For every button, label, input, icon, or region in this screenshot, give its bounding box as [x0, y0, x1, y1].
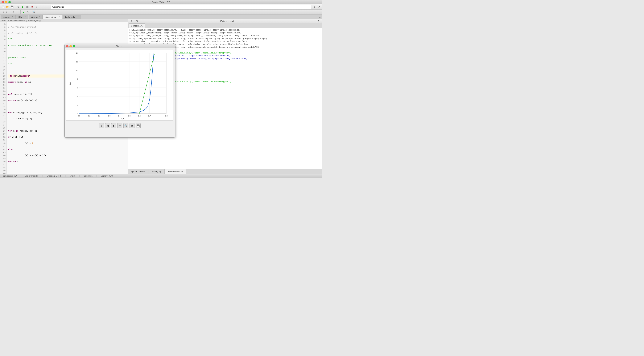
svg-text:0.4: 0.4	[118, 115, 120, 117]
minimize-button[interactable]	[5, 1, 7, 3]
figure-back-button[interactable]: ◀	[105, 123, 110, 128]
preferences-icon[interactable]: ⚙	[16, 5, 20, 9]
run-selection-icon[interactable]: ▷	[26, 10, 30, 14]
svg-text:12: 12	[76, 61, 78, 63]
diode-chart: 14 12 10 8 6 4 2 0 0.0 0.1 0.2 0.3 0.4 0…	[66, 50, 173, 120]
window-title: Spyder (Python 2.7)	[152, 1, 170, 3]
tab-temp-py[interactable]: temp.py ✕	[1, 15, 15, 19]
memory-section: Memory: 75 %	[100, 175, 113, 177]
figure-save-button[interactable]: 💾	[136, 123, 140, 128]
second-toolbar: ⇥ ⇤ # ✂ ▶ ▷ 🔍	[0, 10, 322, 15]
file-tabs: temp.py ✕ RC.py ✕ blink.py ✕ diode_sim.p…	[0, 15, 322, 19]
svg-text:10: 10	[76, 69, 78, 71]
close-tab-icon[interactable]: ✕	[39, 16, 40, 18]
svg-text:0.5: 0.5	[128, 115, 131, 117]
status-sep-3: |	[65, 175, 66, 177]
stop-icon[interactable]: ■	[30, 5, 34, 9]
tab-label: temp.py	[3, 16, 10, 18]
debug-icon[interactable]: ⏭	[25, 5, 30, 9]
close-tab-icon[interactable]: ✕	[78, 16, 79, 18]
forward-icon[interactable]: →	[46, 5, 50, 9]
bottom-tab-ipython[interactable]: IPython console	[164, 169, 186, 174]
main-window: Spyder (Python 2.7) 📄 📂 💾 ⚙ ▶ ⏭ ■ ⟩ ← → …	[0, 0, 322, 178]
memory-label: Memory:	[100, 175, 108, 177]
tab-diodo-led-py[interactable]: diodo_led.py ✕	[62, 15, 81, 19]
console-settings-icon[interactable]: ⚙	[316, 19, 320, 23]
status-sep-1: |	[20, 175, 21, 177]
figure-pan-button[interactable]: ✛	[117, 123, 122, 128]
maximize-button[interactable]	[8, 1, 11, 3]
console-title: IPython console	[140, 20, 315, 22]
output-line-4: scipy.linalg.special_matrices, scipy.lin…	[129, 37, 320, 40]
permissions-label: Permissions:	[2, 175, 13, 177]
indent-icon[interactable]: ⇥	[1, 10, 5, 14]
toolbar2-sep3	[31, 10, 31, 14]
permissions-value: RW	[14, 175, 16, 177]
code-line-23: return i	[8, 160, 126, 163]
figure-home-button[interactable]: ⌂	[99, 123, 104, 128]
console-undock-icon[interactable]: ⊡	[135, 19, 139, 23]
find-icon[interactable]: 🔍	[32, 10, 36, 14]
unindent-icon[interactable]: ⇤	[5, 10, 9, 14]
new-file-icon[interactable]: 📄	[1, 5, 5, 9]
bottom-tab-python[interactable]: Python console	[128, 169, 148, 174]
output-line-5: scipy.optimize._trustregion, scipy.optim…	[129, 40, 320, 43]
svg-text:6: 6	[77, 87, 78, 89]
python-console-label: Python console	[131, 170, 145, 173]
column-label: Column:	[84, 175, 90, 177]
run-cell-icon[interactable]: ▶	[21, 10, 26, 14]
code-line-1: #!/usr/bin/env python2	[8, 26, 126, 29]
tab-diode-sim-py[interactable]: diode_sim.py ✕	[43, 15, 62, 19]
svg-text:0.1: 0.1	[88, 115, 90, 117]
figure-maximize-button[interactable]	[73, 45, 75, 47]
figure-title: Figure 1	[66, 45, 174, 47]
uncomment-icon[interactable]: ✂	[16, 10, 20, 14]
title-bar: Spyder (Python 2.7)	[0, 0, 322, 4]
comment-icon[interactable]: #	[11, 10, 15, 14]
fullscreen-icon[interactable]: ⤢	[317, 5, 321, 9]
console-tabs: Console 3/A	[128, 23, 322, 28]
line-label: Line:	[70, 175, 74, 177]
figure-close-button[interactable]	[66, 45, 68, 47]
svg-text:8: 8	[77, 78, 78, 80]
toolbar2-sep1	[10, 10, 10, 14]
status-sep-4: |	[79, 175, 80, 177]
figure-window-controls	[66, 45, 75, 47]
figure-configure-button[interactable]: ⚙	[130, 123, 134, 128]
tab-blink-py[interactable]: blink.py ✕	[28, 15, 42, 19]
svg-text:4: 4	[77, 95, 78, 98]
encoding-label: Encoding:	[47, 175, 55, 177]
figure-titlebar: Figure 1	[65, 44, 175, 48]
figure-minimize-button[interactable]	[70, 45, 72, 47]
back-icon[interactable]: ←	[41, 5, 45, 9]
tabs-settings-icon[interactable]: ⚙	[319, 16, 321, 19]
permissions-section: Permissions: RW	[2, 175, 17, 177]
layout-icon[interactable]: ⊞	[312, 5, 317, 9]
close-tab-icon[interactable]: ✕	[58, 16, 60, 18]
close-tab-icon[interactable]: ✕	[12, 16, 13, 18]
open-file-icon[interactable]: 📂	[5, 5, 10, 9]
figure-forward-button[interactable]: ▶	[111, 123, 116, 128]
save-file-icon[interactable]: 💾	[10, 5, 14, 9]
code-line-21: else:	[8, 148, 126, 151]
tab-rc-py[interactable]: RC.py ✕	[16, 15, 28, 19]
tab-label: RC.py	[18, 16, 24, 18]
code-line-3: """	[8, 38, 126, 41]
eol-section: End-of-lines: LF	[25, 175, 38, 177]
close-tab-icon[interactable]: ✕	[24, 16, 26, 18]
path-bar[interactable]: /Users/ludus	[51, 5, 311, 9]
code-line-2: # -*- coding: utf-8 -*-	[8, 32, 126, 35]
figure-zoom-button[interactable]: 🔍	[124, 123, 128, 128]
bottom-tab-history[interactable]: History log	[148, 169, 164, 174]
console-close-icon[interactable]: ⊗	[129, 19, 134, 23]
line-value: 8	[74, 175, 76, 177]
tab-label: diodo_led.py	[65, 16, 76, 18]
column-section: Column: 1	[84, 175, 92, 177]
run-icon[interactable]: ▶	[21, 5, 25, 9]
code-line-22: i[k] = (v[k]-VD)/RD	[8, 154, 126, 157]
tab-label: blink.py	[31, 16, 38, 18]
console-tab-3a[interactable]: Console 3/A	[128, 24, 145, 28]
close-button[interactable]	[2, 1, 4, 3]
editor-filepath: Editor - /Users/ludus/code/spyder/diode_…	[0, 19, 128, 22]
step-icon[interactable]: ⟩	[34, 5, 39, 9]
